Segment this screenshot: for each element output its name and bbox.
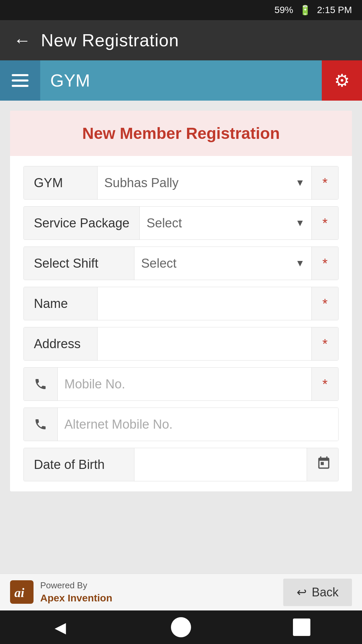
main-content: New Member Registration GYM Subhas Pally… [0,101,362,574]
nav-recents-button[interactable] [288,614,315,641]
service-package-arrow: ▼ [295,218,305,228]
calendar-icon [316,456,331,474]
gym-select[interactable]: Subhas Pally [104,176,295,190]
powered-by: ai Powered By Apex Invention [10,580,112,604]
card-header: New Member Registration [10,111,352,156]
select-shift-wrapper[interactable]: Select ▼ [134,247,311,280]
service-package-label: Service Package [24,207,140,239]
battery-icon: 🔋 [299,5,311,16]
service-package-select[interactable]: Select [146,216,295,230]
back-navigation-button[interactable]: ← [13,32,31,49]
bottom-navigation: ◀ [0,610,362,644]
address-row: Address * [23,327,339,361]
select-shift-select[interactable]: Select [141,256,295,270]
name-row: Name * [23,287,339,320]
calendar-button[interactable] [307,448,339,481]
dob-label: Date of Birth [24,448,134,481]
dob-input[interactable] [134,448,307,481]
address-required: * [311,327,338,360]
gym-required: * [311,166,338,199]
menu-button[interactable] [0,60,40,101]
mobile-required: * [311,368,338,400]
address-label: Address [24,327,98,360]
select-shift-arrow: ▼ [295,258,305,269]
alternate-mobile-input[interactable] [58,408,338,441]
page-title: New Registration [41,30,179,50]
name-label: Name [24,287,98,320]
alternate-mobile-row [23,408,339,441]
powered-by-label: Powered By [40,580,112,591]
status-bar: 59% 🔋 2:15 PM [0,0,362,20]
mobile-row: * [23,367,339,401]
app-header-title: GYM [40,70,322,91]
svg-text:ai: ai [14,586,24,600]
gym-label: GYM [24,166,98,199]
gym-select-arrow: ▼ [295,177,305,188]
home-circle [171,617,191,637]
alternate-phone-icon [24,408,58,441]
gym-select-wrapper[interactable]: Subhas Pally ▼ [98,166,311,199]
apex-logo: ai [10,580,34,604]
back-arrow-icon: ↩ [297,585,307,599]
select-shift-row: Select Shift Select ▼ * [23,247,339,280]
settings-button[interactable]: ⚙ [322,60,362,101]
select-shift-required: * [311,247,338,280]
apex-logo-icon: ai [10,580,34,604]
battery-percentage: 59% [275,5,293,15]
dob-row: Date of Birth [23,448,339,481]
registration-card: New Member Registration GYM Subhas Pally… [10,111,352,491]
nav-back-button[interactable]: ◀ [47,614,74,641]
card-header-title: New Member Registration [82,124,280,142]
footer: ai Powered By Apex Invention ↩ Back [0,574,362,610]
card-body: GYM Subhas Pally ▼ * Service Package Sel… [10,156,352,491]
phone-icon [24,368,58,400]
back-button-label: Back [312,585,339,599]
select-shift-label: Select Shift [24,247,134,280]
hamburger-line-3 [12,85,28,87]
nav-home-button[interactable] [168,614,194,641]
recents-square [293,619,310,636]
app-header: GYM ⚙ [0,60,362,101]
back-button[interactable]: ↩ Back [283,579,352,606]
hamburger-line-2 [12,79,28,82]
name-required: * [311,287,338,320]
time-display: 2:15 PM [317,5,352,15]
address-input[interactable] [98,327,311,360]
name-input[interactable] [98,287,311,320]
service-package-select-wrapper[interactable]: Select ▼ [140,207,311,239]
powered-text: Powered By Apex Invention [40,580,112,604]
brand-name: Apex Invention [40,591,112,604]
hamburger-line-1 [12,74,28,76]
top-navigation: ← New Registration [0,20,362,60]
gear-icon: ⚙ [334,70,350,91]
gym-row: GYM Subhas Pally ▼ * [23,166,339,200]
service-package-row: Service Package Select ▼ * [23,206,339,240]
mobile-input[interactable] [58,368,311,400]
service-package-required: * [311,207,338,239]
